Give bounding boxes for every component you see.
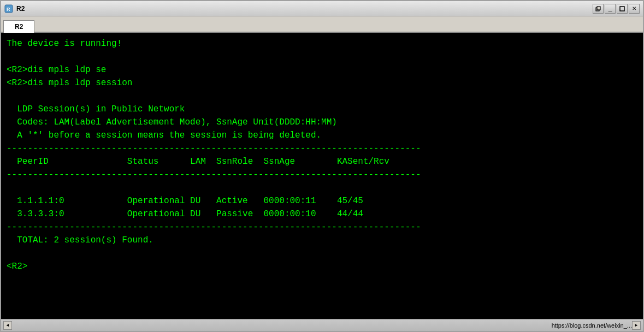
status-bar: ◄ https://blog.csdn.net/weixin_... ►: [1, 319, 643, 331]
svg-rect-3: [597, 7, 600, 10]
close-button[interactable]: ✕: [629, 4, 640, 14]
svg-text:R: R: [7, 7, 10, 12]
status-url: https://blog.csdn.net/weixin_...: [552, 322, 632, 329]
terminal-line-1: The device is running!: [7, 39, 122, 49]
terminal-row-2: 3.3.3.3:0 Operational DU Passive 0000:00…: [7, 209, 363, 219]
terminal-separator-1: ----------------------------------------…: [7, 144, 421, 153]
restore-button[interactable]: [593, 4, 604, 14]
terminal-header: PeerID Status LAM SsnRole SsnAge KASent/…: [7, 157, 389, 167]
terminal-line-7: Codes: LAM(Label Advertisement Mode), Ss…: [7, 117, 337, 127]
window-icon: R: [4, 4, 13, 13]
window-title: R2: [16, 5, 593, 13]
terminal-row-1: 1.1.1.1:0 Operational DU Active 0000:00:…: [7, 196, 363, 206]
window: R R2 _ ✕ R2 The device is: [0, 0, 644, 332]
terminal-total: TOTAL: 2 session(s) Found.: [7, 235, 153, 245]
terminal-separator-3: ----------------------------------------…: [7, 222, 421, 232]
title-bar: R R2 _ ✕: [1, 1, 643, 16]
tab-bar: R2: [1, 16, 643, 33]
terminal-prompt: <R2>: [7, 262, 27, 271]
terminal-line-3: <R2>dis mpls ldp se: [7, 65, 106, 75]
scroll-right-arrow[interactable]: ►: [632, 321, 641, 330]
tab-r2[interactable]: R2: [3, 20, 34, 33]
minimize-button[interactable]: _: [605, 4, 616, 14]
title-bar-buttons: _ ✕: [593, 4, 640, 14]
terminal-output[interactable]: The device is running! <R2>dis mpls ldp …: [1, 33, 643, 319]
terminal-line-6: LDP Session(s) in Public Network: [7, 104, 185, 114]
svg-rect-4: [620, 7, 624, 11]
terminal-separator-2: ----------------------------------------…: [7, 170, 421, 180]
scroll-left-arrow[interactable]: ◄: [3, 321, 12, 330]
terminal-line-8: A '*' before a session means the session…: [7, 131, 321, 140]
terminal-line-4: <R2>dis mpls ldp session: [7, 78, 132, 88]
maximize-button[interactable]: [617, 4, 628, 14]
